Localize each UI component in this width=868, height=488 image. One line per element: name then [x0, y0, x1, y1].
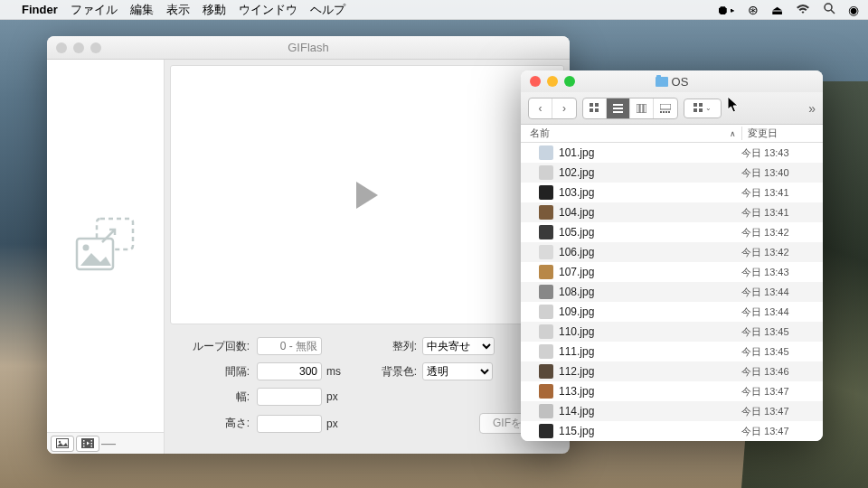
svg-rect-32	[699, 108, 703, 112]
file-date: 今日 13:47	[741, 385, 823, 399]
file-row[interactable]: 115.jpg今日 13:47	[521, 421, 823, 441]
file-thumbnail-icon	[539, 285, 553, 299]
menu-view[interactable]: 表示	[166, 2, 190, 18]
ms-unit: ms	[326, 365, 348, 378]
loop-label: ループ回数:	[177, 339, 250, 354]
view-buttons	[582, 98, 678, 119]
file-name: 105.jpg	[559, 226, 741, 239]
svg-rect-25	[660, 111, 662, 113]
gifflash-title: GIFlash	[47, 41, 570, 54]
nav-buttons: ‹ ›	[528, 98, 577, 119]
siri-icon[interactable]: ◉	[848, 3, 859, 17]
gallery-view-button[interactable]	[654, 99, 677, 118]
file-date: 今日 13:47	[741, 405, 823, 418]
menu-edit[interactable]: 編集	[130, 2, 154, 18]
file-row[interactable]: 101.jpg今日 13:43	[521, 143, 823, 163]
column-view-button[interactable]	[630, 99, 654, 118]
arrange-button[interactable]: ⌄	[684, 99, 722, 118]
gifflash-titlebar[interactable]: GIFlash	[47, 36, 570, 60]
svg-rect-13	[91, 446, 93, 447]
file-name: 113.jpg	[559, 385, 741, 398]
date-column[interactable]: 変更日	[741, 127, 823, 140]
svg-rect-10	[83, 446, 85, 447]
file-row[interactable]: 107.jpg今日 13:43	[521, 262, 823, 282]
accessibility-icon[interactable]: ⊛	[748, 3, 759, 17]
app-name[interactable]: Finder	[22, 3, 58, 16]
file-row[interactable]: 105.jpg今日 13:42	[521, 222, 823, 242]
svg-rect-20	[613, 111, 623, 113]
height-input[interactable]	[257, 415, 322, 433]
bg-label: 背景色:	[375, 364, 417, 380]
file-row[interactable]: 109.jpg今日 13:44	[521, 302, 823, 322]
file-thumbnail-icon	[539, 245, 553, 259]
file-row[interactable]: 106.jpg今日 13:42	[521, 242, 823, 262]
folder-icon	[656, 77, 668, 87]
file-row[interactable]: 110.jpg今日 13:45	[521, 322, 823, 342]
width-input[interactable]	[257, 388, 322, 406]
file-name: 108.jpg	[559, 286, 741, 298]
forward-button[interactable]: ›	[552, 99, 576, 118]
svg-rect-8	[83, 440, 85, 442]
file-date: 今日 13:43	[741, 146, 823, 160]
finder-titlebar[interactable]: OS	[521, 70, 823, 92]
file-row[interactable]: 104.jpg今日 13:41	[521, 202, 823, 222]
svg-rect-22	[640, 104, 643, 113]
svg-rect-23	[644, 104, 646, 113]
bg-select[interactable]: 透明	[422, 362, 493, 380]
menu-file[interactable]: ファイル	[71, 2, 118, 18]
back-button[interactable]: ‹	[529, 99, 552, 118]
svg-point-0	[825, 4, 832, 11]
file-row[interactable]: 102.jpg今日 13:40	[521, 163, 823, 183]
more-button[interactable]: »	[808, 101, 816, 116]
file-name: 101.jpg	[559, 146, 741, 159]
svg-rect-24	[660, 104, 671, 109]
icon-view-button[interactable]	[583, 99, 607, 118]
menu-window[interactable]: ウインドウ	[239, 2, 297, 18]
screenrec-icon[interactable]: ⏺▸	[716, 3, 735, 17]
svg-rect-28	[668, 111, 670, 113]
file-thumbnail-icon	[539, 145, 553, 160]
file-name: 109.jpg	[559, 305, 741, 318]
sort-indicator-icon: ∧	[730, 129, 736, 138]
video-mode-button[interactable]	[76, 436, 99, 452]
play-icon	[356, 182, 378, 209]
svg-line-1	[831, 10, 835, 14]
file-date: 今日 13:46	[741, 365, 823, 379]
svg-rect-26	[663, 111, 665, 113]
menubar: Finder ファイル 編集 表示 移動 ウインドウ ヘルプ ⏺▸ ⊛ ⏏ ◉	[0, 0, 868, 20]
svg-rect-9	[83, 443, 85, 445]
image-mode-button[interactable]	[51, 436, 74, 452]
file-name: 112.jpg	[559, 365, 741, 378]
file-date: 今日 13:41	[741, 186, 823, 200]
image-dropzone[interactable]	[47, 60, 164, 432]
file-name: 102.jpg	[559, 166, 741, 179]
file-name: 104.jpg	[559, 206, 741, 219]
align-label: 整列:	[375, 339, 417, 354]
file-row[interactable]: 114.jpg今日 13:47	[521, 401, 823, 421]
file-name: 110.jpg	[559, 325, 741, 338]
align-select[interactable]: 中央寄せ	[422, 337, 495, 355]
menu-help[interactable]: ヘルプ	[310, 2, 345, 18]
file-thumbnail-icon	[539, 384, 553, 399]
menu-go[interactable]: 移動	[203, 2, 226, 18]
file-thumbnail-icon	[539, 344, 553, 359]
eject-icon[interactable]: ⏏	[771, 3, 783, 17]
file-row[interactable]: 112.jpg今日 13:46	[521, 361, 823, 381]
file-row[interactable]: 103.jpg今日 13:41	[521, 183, 823, 202]
file-thumbnail-icon	[539, 265, 553, 279]
svg-rect-11	[91, 440, 93, 442]
height-label: 高さ:	[177, 416, 250, 431]
file-list[interactable]: 101.jpg今日 13:43102.jpg今日 13:40103.jpg今日 …	[521, 143, 823, 441]
loop-input[interactable]	[257, 337, 322, 355]
file-row[interactable]: 108.jpg今日 13:44	[521, 282, 823, 302]
spotlight-icon[interactable]	[823, 2, 835, 17]
file-thumbnail-icon	[539, 324, 553, 339]
file-row[interactable]: 113.jpg今日 13:47	[521, 381, 823, 401]
file-row[interactable]: 111.jpg今日 13:45	[521, 342, 823, 361]
wifi-icon[interactable]	[796, 3, 810, 17]
interval-input[interactable]	[257, 362, 322, 380]
file-name: 114.jpg	[559, 405, 741, 418]
name-column[interactable]: 名前	[530, 127, 550, 140]
preview-area[interactable]	[170, 65, 564, 324]
list-view-button[interactable]	[607, 99, 630, 118]
